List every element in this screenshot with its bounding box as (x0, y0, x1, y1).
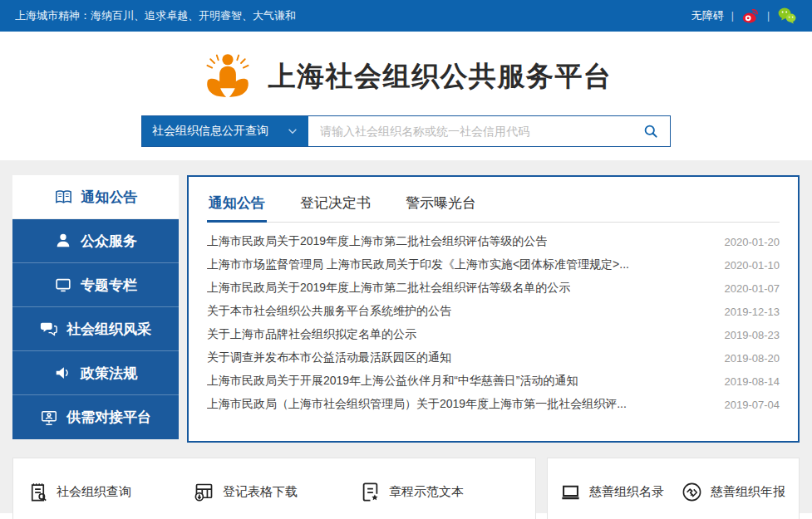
charity-directory-icon (559, 481, 582, 503)
separator: | (731, 10, 734, 22)
sidebar-item-label: 供需对接平台 (66, 408, 151, 427)
chevron-down-icon (287, 125, 298, 137)
tab-warning-exposure[interactable]: 警示曝光台 (404, 189, 478, 223)
user-icon (54, 232, 72, 250)
site-header: 上海社会组织公共服务平台 社会组织信息公开查询 (0, 32, 812, 160)
quick-links-card-left: 社会组织查询 登记表格下载 章程示范文本 (12, 458, 536, 519)
announcement-title[interactable]: 关于调查并发布本市公益活动最活跃园区的通知 (207, 350, 451, 365)
announcement-row[interactable]: 上海市市场监督管理局 上海市民政局关于印发《上海市实施<团体标准管理规定>...… (207, 253, 780, 277)
quicklink-org-query[interactable]: 社会组织查询 (27, 481, 131, 503)
sidebar-item-label: 专题专栏 (81, 276, 137, 295)
search-bar: 社会组织信息公开查询 (141, 115, 671, 147)
form-download-icon (193, 481, 215, 503)
brand: 上海社会组织公共服务平台 (0, 48, 812, 105)
quick-links: 社会组织查询 登记表格下载 章程示范文本 慈善组织名录 (12, 458, 800, 519)
announcement-title[interactable]: 上海市民政局关于开展2019年上海公益伙伴月和“中华慈善日”活动的通知 (207, 374, 578, 389)
quicklink-label: 社会组织查询 (57, 484, 131, 500)
sidebar-item-special-columns[interactable]: 专题专栏 (12, 263, 179, 307)
tab-notices[interactable]: 通知公告 (207, 189, 267, 223)
quicklink-charter-template[interactable]: 章程示范文本 (359, 481, 464, 503)
tab-bar: 通知公告 登记决定书 警示曝光台 (207, 189, 780, 223)
quick-links-card-right: 慈善组织名录 慈善组织年报 (547, 458, 800, 519)
search-icon (642, 123, 659, 140)
city-motto: 上海城市精神：海纳百川、追求卓越、开明睿智、大气谦和 (15, 8, 296, 23)
chat-bubbles-icon (40, 320, 58, 338)
search-input[interactable] (308, 116, 632, 146)
announcement-row[interactable]: 上海市民政局（上海市社会组织管理局）关于2019年度上海市第一批社会组织评...… (207, 393, 780, 416)
site-title: 上海社会组织公共服务平台 (268, 58, 613, 95)
quicklink-label: 登记表格下载 (223, 484, 298, 500)
topbar: 上海城市精神：海纳百川、追求卓越、开明睿智、大气谦和 无障碍 | | (0, 0, 812, 32)
announcement-row[interactable]: 上海市民政局关于开展2019年上海公益伙伴月和“中华慈善日”活动的通知 2019… (207, 370, 780, 393)
content-area: 通知公告 公众服务 专题专栏 社会组织风采 (0, 160, 812, 513)
announcement-title[interactable]: 上海市民政局关于2019年度上海市第二批社会组织评估等级名单的公示 (207, 281, 570, 296)
announcement-date: 2020-01-07 (725, 282, 780, 295)
announcement-title[interactable]: 上海市民政局（上海市社会组织管理局）关于2019年度上海市第一批社会组织评... (207, 397, 627, 412)
sidebar-item-label: 通知公告 (81, 188, 138, 207)
announcement-row[interactable]: 上海市民政局关于2019年度上海市第二批社会组织评估等级的公告 2020-01-… (207, 230, 780, 253)
announcement-date: 2019-08-20 (725, 352, 780, 365)
handshake-icon (681, 481, 703, 503)
speaker-icon (54, 364, 72, 382)
announcement-date: 2020-01-20 (725, 236, 780, 248)
sidebar-item-org-highlights[interactable]: 社会组织风采 (12, 307, 179, 351)
quicklink-charity-annual-report[interactable]: 慈善组织年报 (681, 481, 785, 503)
desktop-user-icon (40, 409, 58, 427)
sidebar-item-policies[interactable]: 政策法规 (12, 351, 179, 395)
announcement-title[interactable]: 关于本市社会组织公共服务平台系统维护的公告 (207, 304, 451, 319)
quicklink-label: 章程示范文本 (389, 484, 464, 500)
announcements-panel: 通知公告 登记决定书 警示曝光台 上海市民政局关于2019年度上海市第二批社会组… (187, 175, 800, 443)
announcement-list: 上海市民政局关于2019年度上海市第二批社会组织评估等级的公告 2020-01-… (207, 223, 780, 416)
open-book-icon (54, 188, 73, 207)
sidebar-item-label: 公众服务 (81, 232, 137, 251)
weibo-icon[interactable] (741, 7, 760, 25)
search-category-select[interactable]: 社会组织信息公开查询 (142, 116, 308, 146)
announcement-row[interactable]: 关于上海市品牌社会组织拟定名单的公示 2019-08-23 (207, 323, 780, 346)
announcement-row[interactable]: 关于调查并发布本市公益活动最活跃园区的通知 2019-08-20 (207, 346, 780, 370)
quicklink-label: 慈善组织年报 (711, 484, 785, 500)
quicklink-charity-directory[interactable]: 慈善组织名录 (559, 481, 664, 503)
sidebar-item-public-services[interactable]: 公众服务 (12, 219, 179, 263)
announcement-row[interactable]: 上海市民政局关于2019年度上海市第二批社会组织评估等级名单的公示 2020-0… (207, 277, 780, 300)
announcement-date: 2019-07-04 (725, 399, 780, 411)
announcement-title[interactable]: 上海市市场监督管理局 上海市民政局关于印发《上海市实施<团体标准管理规定>... (207, 257, 629, 272)
separator: | (767, 10, 770, 22)
announcement-date: 2019-08-23 (725, 329, 780, 341)
announcement-title[interactable]: 上海市民政局关于2019年度上海市第二批社会组织评估等级的公告 (207, 234, 547, 249)
sidebar-item-label: 政策法规 (81, 364, 137, 383)
org-query-icon (27, 481, 49, 503)
announcement-date: 2019-12-13 (725, 306, 780, 318)
site-logo-icon (200, 48, 255, 105)
sidebar-item-label: 社会组织风采 (66, 320, 151, 339)
quicklink-label: 慈善组织名录 (589, 484, 664, 500)
monitor-icon (54, 276, 72, 294)
search-button[interactable] (632, 116, 670, 146)
tab-registration-decisions[interactable]: 登记决定书 (298, 189, 372, 223)
search-category-label: 社会组织信息公开查询 (152, 124, 268, 139)
sidebar-item-supply-demand-platform[interactable]: 供需对接平台 (12, 395, 179, 439)
announcement-date: 2020-01-10 (725, 259, 780, 272)
sidebar-item-notices[interactable]: 通知公告 (12, 175, 179, 219)
quicklink-form-download[interactable]: 登记表格下载 (193, 481, 298, 503)
announcement-row[interactable]: 关于本市社会组织公共服务平台系统维护的公告 2019-12-13 (207, 300, 780, 323)
accessibility-link[interactable]: 无障碍 (691, 8, 724, 23)
wechat-icon[interactable] (777, 6, 797, 26)
sidebar-nav: 通知公告 公众服务 专题专栏 社会组织风采 (12, 175, 179, 443)
announcement-title[interactable]: 关于上海市品牌社会组织拟定名单的公示 (207, 327, 416, 342)
announcement-date: 2019-08-14 (725, 375, 780, 388)
charter-doc-icon (359, 481, 381, 503)
